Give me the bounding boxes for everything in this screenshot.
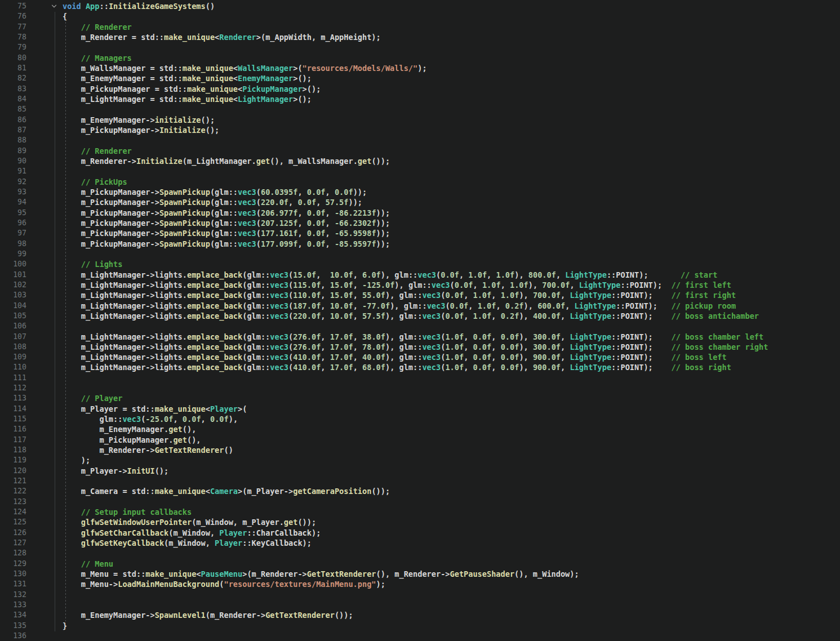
code-line[interactable]: 112 xyxy=(0,383,840,393)
line-number[interactable]: 76 xyxy=(0,11,26,21)
line-content[interactable]: { xyxy=(63,11,67,21)
code-line[interactable]: 86 m_EnemyManager->initialize(); xyxy=(0,115,840,125)
code-line[interactable]: 103 m_LightManager->lights.emplace_back(… xyxy=(0,290,840,300)
line-content[interactable]: m_PickupManager->SpawnPickup(glm::vec3(1… xyxy=(63,239,390,249)
code-line[interactable]: 134 m_EnemyManager->SpawnLevel1(m_Render… xyxy=(0,610,840,620)
line-number[interactable]: 102 xyxy=(0,280,26,290)
line-content[interactable]: m_PickupManager->SpawnPickup(glm::vec3(2… xyxy=(63,218,390,228)
code-line[interactable]: 83 m_PickupManager = std::make_unique<Pi… xyxy=(0,84,840,94)
code-line[interactable]: 79 xyxy=(0,42,840,52)
line-content[interactable]: glfwSetCharCallback(m_Window, Player::Ch… xyxy=(63,528,321,538)
code-line[interactable]: 125 glfwSetWindowUserPointer(m_Window, m… xyxy=(0,517,840,527)
line-number[interactable]: 81 xyxy=(0,63,26,73)
code-line[interactable]: 106 xyxy=(0,321,840,331)
code-line[interactable]: 99 xyxy=(0,249,840,259)
line-content[interactable]: m_WallsManager = std::make_unique<WallsM… xyxy=(63,63,427,73)
line-number[interactable]: 118 xyxy=(0,445,26,455)
line-content[interactable]: } xyxy=(63,621,67,631)
line-content[interactable]: // Menu xyxy=(63,559,113,569)
line-number[interactable]: 88 xyxy=(0,135,26,145)
line-content[interactable]: ); xyxy=(63,455,90,465)
code-line[interactable]: 87 m_PickupManager->Initialize(); xyxy=(0,125,840,135)
line-number[interactable]: 119 xyxy=(0,455,26,465)
line-number[interactable]: 79 xyxy=(0,42,26,52)
code-line[interactable]: 111 xyxy=(0,373,840,383)
line-content[interactable]: // Setup input callbacks xyxy=(63,507,192,517)
code-line[interactable]: 75void App::InitializeGameSystems() xyxy=(0,1,840,11)
line-number[interactable]: 87 xyxy=(0,125,26,135)
code-line[interactable]: 108 m_LightManager->lights.emplace_back(… xyxy=(0,342,840,352)
line-number[interactable]: 134 xyxy=(0,610,26,620)
line-content[interactable]: m_LightManager->lights.emplace_back(glm:… xyxy=(63,280,731,290)
line-content[interactable]: m_LightManager->lights.emplace_back(glm:… xyxy=(63,301,736,311)
code-line[interactable]: 117 m_PickupManager.get(), xyxy=(0,435,840,445)
line-content[interactable]: m_LightManager->lights.emplace_back(glm:… xyxy=(63,362,731,372)
code-line[interactable]: 97 m_PickupManager->SpawnPickup(glm::vec… xyxy=(0,228,840,238)
line-number[interactable]: 135 xyxy=(0,621,26,631)
line-number[interactable]: 86 xyxy=(0,115,26,125)
code-line[interactable]: 116 m_EnemyManager.get(), xyxy=(0,424,840,434)
code-line[interactable]: 124 // Setup input callbacks xyxy=(0,507,840,517)
line-number[interactable]: 78 xyxy=(0,32,26,42)
code-line[interactable]: 82 m_EnemyManager = std::make_unique<Ene… xyxy=(0,73,840,83)
line-number[interactable]: 106 xyxy=(0,321,26,331)
line-number[interactable]: 110 xyxy=(0,362,26,372)
line-number[interactable]: 114 xyxy=(0,404,26,414)
line-content[interactable]: m_PickupManager->SpawnPickup(glm::vec3(1… xyxy=(63,228,390,238)
line-number[interactable]: 116 xyxy=(0,424,26,434)
code-line[interactable]: 78 m_Renderer = std::make_unique<Rendere… xyxy=(0,32,840,42)
code-line[interactable]: 92 // PickUps xyxy=(0,177,840,187)
code-line[interactable]: 110 m_LightManager->lights.emplace_back(… xyxy=(0,362,840,372)
code-line[interactable]: 135} xyxy=(0,621,840,631)
line-content[interactable]: // Managers xyxy=(63,53,132,63)
code-line[interactable]: 77 // Renderer xyxy=(0,22,840,32)
line-content[interactable]: m_Renderer->GetTextRenderer() xyxy=(63,445,233,455)
code-line[interactable]: 113 // Player xyxy=(0,393,840,403)
line-number[interactable]: 91 xyxy=(0,166,26,176)
code-line[interactable]: 128 xyxy=(0,548,840,558)
line-number[interactable]: 121 xyxy=(0,476,26,486)
line-number[interactable]: 104 xyxy=(0,301,26,311)
line-number[interactable]: 85 xyxy=(0,104,26,114)
code-line[interactable]: 126 glfwSetCharCallback(m_Window, Player… xyxy=(0,528,840,538)
line-content[interactable]: m_Player->InitUI(); xyxy=(63,466,168,476)
code-line[interactable]: 93 m_PickupManager->SpawnPickup(glm::vec… xyxy=(0,187,840,197)
line-number[interactable]: 100 xyxy=(0,259,26,269)
line-content[interactable]: m_Camera = std::make_unique<Camera>(m_Pl… xyxy=(63,486,390,496)
line-number[interactable]: 117 xyxy=(0,435,26,445)
line-content[interactable]: // Player xyxy=(63,393,122,403)
line-number[interactable]: 96 xyxy=(0,218,26,228)
code-line[interactable]: 136 xyxy=(0,631,840,641)
code-line[interactable]: 127 glfwSetKeyCallback(m_Window, Player:… xyxy=(0,538,840,548)
line-content[interactable]: m_Menu->LoadMainMenuBackground("resource… xyxy=(63,579,385,589)
line-content[interactable]: m_EnemyManager.get(), xyxy=(63,424,196,434)
code-line[interactable]: 133 xyxy=(0,600,840,610)
code-line[interactable]: 118 m_Renderer->GetTextRenderer() xyxy=(0,445,840,455)
line-number[interactable]: 83 xyxy=(0,84,26,94)
line-number[interactable]: 89 xyxy=(0,146,26,156)
code-line[interactable]: 129 // Menu xyxy=(0,559,840,569)
code-line[interactable]: 119 ); xyxy=(0,455,840,465)
line-content[interactable]: m_LightManager->lights.emplace_back(glm:… xyxy=(63,290,736,300)
line-content[interactable]: m_LightManager->lights.emplace_back(glm:… xyxy=(63,342,768,352)
code-line[interactable]: 76{ xyxy=(0,11,840,21)
line-content[interactable]: m_LightManager->lights.emplace_back(glm:… xyxy=(63,270,717,280)
line-number[interactable]: 129 xyxy=(0,559,26,569)
line-number[interactable]: 132 xyxy=(0,590,26,600)
line-content[interactable]: m_LightManager->lights.emplace_back(glm:… xyxy=(63,311,759,321)
line-content[interactable]: // Renderer xyxy=(63,22,132,32)
code-line[interactable]: 121 xyxy=(0,476,840,486)
code-line[interactable]: 89 // Renderer xyxy=(0,146,840,156)
line-content[interactable]: m_PickupManager = std::make_unique<Picku… xyxy=(63,84,321,94)
line-number[interactable]: 95 xyxy=(0,208,26,218)
line-number[interactable]: 77 xyxy=(0,22,26,32)
code-line[interactable]: 109 m_LightManager->lights.emplace_back(… xyxy=(0,352,840,362)
code-line[interactable]: 85 xyxy=(0,104,840,114)
line-number[interactable]: 99 xyxy=(0,249,26,259)
line-number[interactable]: 136 xyxy=(0,631,26,641)
code-line[interactable]: 132 xyxy=(0,590,840,600)
code-line[interactable]: 81 m_WallsManager = std::make_unique<Wal… xyxy=(0,63,840,73)
line-number[interactable]: 122 xyxy=(0,486,26,496)
line-content[interactable]: m_PickupManager.get(), xyxy=(63,435,201,445)
line-content[interactable]: m_Renderer->Initialize(m_LightManager.ge… xyxy=(63,156,390,166)
